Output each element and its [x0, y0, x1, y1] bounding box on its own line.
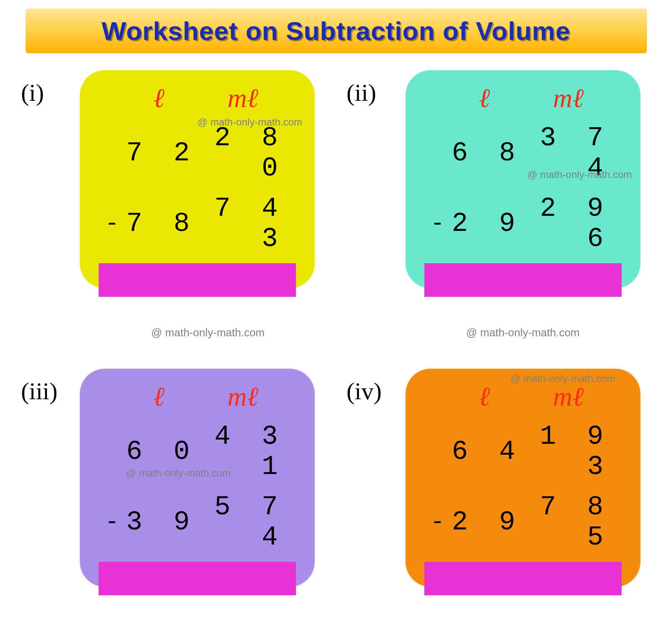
unit-millilitre: mℓ — [553, 381, 584, 412]
unit-litre: ℓ — [479, 381, 490, 412]
subtrahend-litres: 7 8 — [126, 209, 197, 239]
unit-litre: ℓ — [153, 83, 165, 114]
problem-card: @ math-only-math.com ℓ mℓ 6 8 3 7 4 - 2 … — [405, 70, 641, 288]
answer-bar — [99, 562, 296, 595]
subtrahend-ml: 5 7 4 — [197, 492, 290, 553]
unit-headers: ℓ mℓ — [97, 83, 298, 118]
subtrahend-litres: 2 9 — [452, 209, 523, 239]
unit-headers: ℓ mℓ — [422, 381, 624, 416]
minuend-litres: 6 0 — [126, 437, 197, 467]
unit-millilitre: mℓ — [227, 83, 258, 114]
question-label: (iii) — [21, 369, 80, 405]
minuend-row: 7 2 2 8 0 — [97, 118, 298, 189]
problem-card: @ math-only-math.com ℓ mℓ 6 4 1 9 3 - 2 … — [405, 369, 641, 587]
subtrahend-ml: 7 8 5 — [523, 492, 615, 553]
mid-attribution-row: @ math-only-math.com @ math-only-math.co… — [21, 318, 651, 339]
attribution-text: @ math-only-math.com — [510, 373, 615, 385]
minuend-litres: 6 8 — [452, 138, 523, 168]
problem-cell: (ii) @ math-only-math.com ℓ mℓ 6 8 3 7 4… — [347, 70, 651, 288]
minuend-litres: 6 4 — [452, 437, 523, 467]
problem-cell: (i) @ math-only-math.com ℓ mℓ 7 2 2 8 0 … — [21, 70, 326, 288]
unit-litre: ℓ — [153, 381, 165, 412]
minuend-ml: 2 8 0 — [197, 123, 290, 183]
problem-cell: (iv) @ math-only-math.com ℓ mℓ 6 4 1 9 3… — [347, 369, 651, 587]
unit-headers: ℓ mℓ — [97, 381, 298, 416]
unit-millilitre: mℓ — [227, 381, 258, 412]
question-label: (i) — [21, 70, 80, 107]
answer-bar — [424, 562, 622, 595]
minuend-row: 6 4 1 9 3 — [422, 416, 624, 487]
subtrahend-litres: 3 9 — [126, 507, 197, 537]
attribution-text: @ math-only-math.com — [466, 326, 580, 339]
minus-sign: - — [431, 509, 452, 536]
problem-card: @ math-only-math.com ℓ mℓ 6 0 4 3 1 - 3 … — [80, 369, 315, 587]
subtrahend-litres: 2 9 — [452, 507, 523, 537]
unit-millilitre: mℓ — [553, 83, 584, 114]
unit-litre: ℓ — [479, 83, 490, 114]
minus-sign: - — [105, 509, 126, 536]
attribution-text: @ math-only-math.com — [197, 116, 302, 128]
minus-sign: - — [105, 210, 126, 237]
subtrahend-row: - 2 9 7 8 5 — [422, 487, 624, 558]
attribution-text: @ math-only-math.com — [527, 169, 632, 181]
attribution-text: @ math-only-math.com — [151, 326, 265, 339]
unit-headers: ℓ mℓ — [422, 83, 624, 118]
subtrahend-ml: 2 9 6 — [523, 194, 615, 254]
minuend-ml: 1 9 3 — [523, 422, 615, 482]
minuend-litres: 7 2 — [126, 138, 197, 168]
page-title: Worksheet on Subtraction of Volume — [102, 16, 570, 45]
answer-bar — [424, 263, 622, 297]
problem-cell: (iii) @ math-only-math.com ℓ mℓ 6 0 4 3 … — [21, 369, 326, 587]
title-banner: Worksheet on Subtraction of Volume — [26, 8, 647, 53]
question-label: (ii) — [347, 70, 405, 107]
problems-grid: (i) @ math-only-math.com ℓ mℓ 7 2 2 8 0 … — [17, 70, 655, 587]
subtrahend-row: - 3 9 5 7 4 — [97, 487, 298, 558]
answer-bar — [99, 263, 296, 297]
minus-sign: - — [431, 210, 452, 237]
subtrahend-row: - 2 9 2 9 6 — [422, 189, 624, 259]
attribution-text: @ math-only-math.com — [126, 467, 231, 479]
problem-card: @ math-only-math.com ℓ mℓ 7 2 2 8 0 - 7 … — [80, 70, 315, 288]
subtrahend-ml: 7 4 3 — [197, 194, 290, 254]
subtrahend-row: - 7 8 7 4 3 — [97, 189, 298, 259]
question-label: (iv) — [347, 369, 405, 405]
